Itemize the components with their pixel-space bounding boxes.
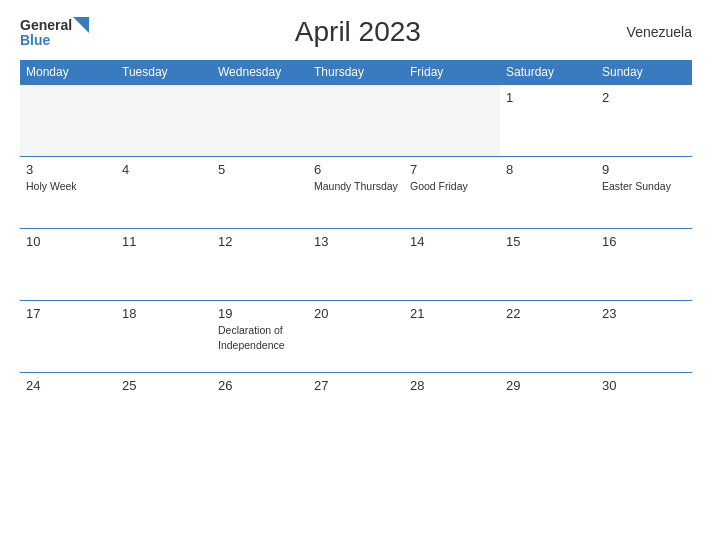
calendar-header: Monday Tuesday Wednesday Thursday Friday… xyxy=(20,60,692,85)
calendar-cell xyxy=(20,85,116,157)
week-row-3: 171819Declaration of Independence2021222… xyxy=(20,301,692,373)
calendar-cell xyxy=(116,85,212,157)
calendar-cell: 12 xyxy=(212,229,308,301)
week-row-0: 12 xyxy=(20,85,692,157)
day-number: 29 xyxy=(506,378,590,393)
week-row-2: 10111213141516 xyxy=(20,229,692,301)
week-row-4: 24252627282930 xyxy=(20,373,692,445)
holiday-name: Holy Week xyxy=(26,180,77,192)
calendar-cell xyxy=(212,85,308,157)
day-number: 12 xyxy=(218,234,302,249)
calendar-title-area: April 2023 xyxy=(89,16,626,48)
col-tuesday: Tuesday xyxy=(116,60,212,85)
calendar-cell: 6Maundy Thursday xyxy=(308,157,404,229)
calendar-cell xyxy=(404,85,500,157)
calendar-cell: 1 xyxy=(500,85,596,157)
day-number: 28 xyxy=(410,378,494,393)
day-number: 10 xyxy=(26,234,110,249)
day-number: 3 xyxy=(26,162,110,177)
calendar-cell: 9Easter Sunday xyxy=(596,157,692,229)
day-number: 9 xyxy=(602,162,686,177)
day-number: 30 xyxy=(602,378,686,393)
col-saturday: Saturday xyxy=(500,60,596,85)
calendar-cell: 19Declaration of Independence xyxy=(212,301,308,373)
day-number: 2 xyxy=(602,90,686,105)
day-number: 13 xyxy=(314,234,398,249)
calendar-cell: 15 xyxy=(500,229,596,301)
calendar-cell: 10 xyxy=(20,229,116,301)
country-label: Venezuela xyxy=(627,24,692,40)
col-wednesday: Wednesday xyxy=(212,60,308,85)
calendar-cell: 27 xyxy=(308,373,404,445)
calendar-cell: 3Holy Week xyxy=(20,157,116,229)
day-number: 21 xyxy=(410,306,494,321)
day-number: 1 xyxy=(506,90,590,105)
calendar-cell: 30 xyxy=(596,373,692,445)
weekday-header-row: Monday Tuesday Wednesday Thursday Friday… xyxy=(20,60,692,85)
logo-blue-text: Blue xyxy=(20,33,50,47)
day-number: 8 xyxy=(506,162,590,177)
calendar-cell: 8 xyxy=(500,157,596,229)
calendar-table: Monday Tuesday Wednesday Thursday Friday… xyxy=(20,60,692,445)
logo-triangle-icon xyxy=(73,17,89,33)
day-number: 7 xyxy=(410,162,494,177)
col-friday: Friday xyxy=(404,60,500,85)
calendar-cell: 22 xyxy=(500,301,596,373)
calendar-cell: 18 xyxy=(116,301,212,373)
calendar-cell: 5 xyxy=(212,157,308,229)
page-header: General Blue April 2023 Venezuela xyxy=(20,16,692,48)
calendar-cell: 17 xyxy=(20,301,116,373)
holiday-name: Declaration of Independence xyxy=(218,324,285,351)
holiday-name: Good Friday xyxy=(410,180,468,192)
day-number: 23 xyxy=(602,306,686,321)
day-number: 17 xyxy=(26,306,110,321)
day-number: 6 xyxy=(314,162,398,177)
logo: General Blue xyxy=(20,17,89,47)
calendar-body: 123Holy Week456Maundy Thursday7Good Frid… xyxy=(20,85,692,445)
day-number: 25 xyxy=(122,378,206,393)
week-row-1: 3Holy Week456Maundy Thursday7Good Friday… xyxy=(20,157,692,229)
day-number: 16 xyxy=(602,234,686,249)
calendar-cell: 11 xyxy=(116,229,212,301)
day-number: 20 xyxy=(314,306,398,321)
day-number: 18 xyxy=(122,306,206,321)
calendar-cell xyxy=(308,85,404,157)
calendar-cell: 29 xyxy=(500,373,596,445)
calendar-cell: 25 xyxy=(116,373,212,445)
day-number: 26 xyxy=(218,378,302,393)
calendar-page: General Blue April 2023 Venezuela Monday… xyxy=(0,0,712,550)
calendar-cell: 23 xyxy=(596,301,692,373)
calendar-cell: 16 xyxy=(596,229,692,301)
calendar-cell: 26 xyxy=(212,373,308,445)
calendar-cell: 21 xyxy=(404,301,500,373)
calendar-cell: 28 xyxy=(404,373,500,445)
day-number: 5 xyxy=(218,162,302,177)
calendar-cell: 24 xyxy=(20,373,116,445)
holiday-name: Maundy Thursday xyxy=(314,180,398,192)
calendar-cell: 2 xyxy=(596,85,692,157)
day-number: 14 xyxy=(410,234,494,249)
day-number: 19 xyxy=(218,306,302,321)
col-thursday: Thursday xyxy=(308,60,404,85)
col-sunday: Sunday xyxy=(596,60,692,85)
calendar-cell: 20 xyxy=(308,301,404,373)
day-number: 27 xyxy=(314,378,398,393)
day-number: 15 xyxy=(506,234,590,249)
logo-general-text: General xyxy=(20,18,72,32)
calendar-cell: 7Good Friday xyxy=(404,157,500,229)
svg-marker-0 xyxy=(73,17,89,33)
calendar-cell: 14 xyxy=(404,229,500,301)
day-number: 11 xyxy=(122,234,206,249)
calendar-title: April 2023 xyxy=(295,16,421,47)
calendar-cell: 13 xyxy=(308,229,404,301)
holiday-name: Easter Sunday xyxy=(602,180,671,192)
col-monday: Monday xyxy=(20,60,116,85)
calendar-cell: 4 xyxy=(116,157,212,229)
day-number: 22 xyxy=(506,306,590,321)
day-number: 4 xyxy=(122,162,206,177)
day-number: 24 xyxy=(26,378,110,393)
